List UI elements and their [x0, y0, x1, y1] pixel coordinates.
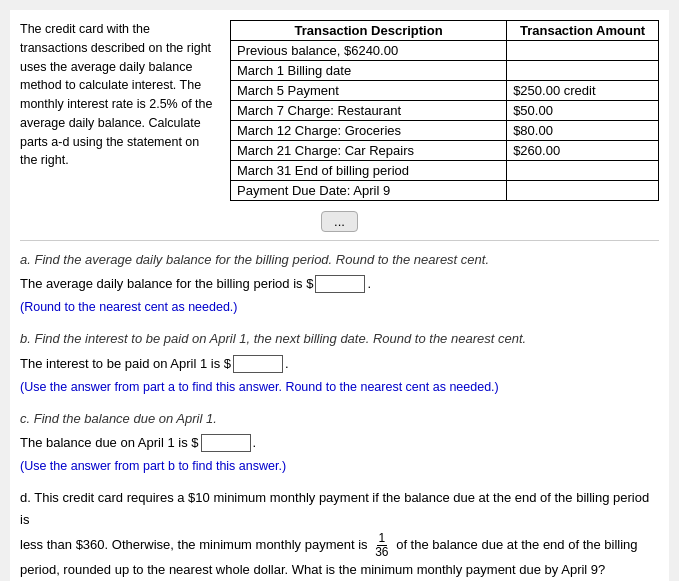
part-c-suffix: . — [253, 432, 257, 454]
part-a-suffix: . — [367, 273, 371, 295]
table-cell-amt: $50.00 — [507, 101, 659, 121]
part-c-note: (Use the answer from part b to find this… — [20, 456, 659, 477]
table-cell-amt — [507, 161, 659, 181]
part-a-prefix: The average daily balance for the billin… — [20, 273, 313, 295]
part-d-label-p4: period, rounded up to the nearest whole … — [20, 562, 605, 577]
part-d-label-p3: of the balance due at the end of the bil… — [396, 537, 637, 552]
table-cell-amt: $250.00 credit — [507, 81, 659, 101]
part-c-prefix: The balance due on April 1 is $ — [20, 432, 199, 454]
more-button[interactable]: ... — [321, 211, 358, 232]
part-a-label: a. Find the average daily balance for th… — [20, 249, 659, 271]
part-a-note: (Round to the nearest cent as needed.) — [20, 297, 659, 318]
part-b-prefix: The interest to be paid on April 1 is $ — [20, 353, 231, 375]
table-cell-desc: March 5 Payment — [231, 81, 507, 101]
table-row: March 31 End of billing period — [231, 161, 659, 181]
table-cell-amt: $260.00 — [507, 141, 659, 161]
part-b-label: b. Find the interest to be paid on April… — [20, 328, 659, 350]
col-amt-header: Transaction Amount — [507, 21, 659, 41]
table-row: March 12 Charge: Groceries$80.00 — [231, 121, 659, 141]
table-wrapper: Transaction Description Transaction Amou… — [230, 20, 659, 201]
part-b-block: b. Find the interest to be paid on April… — [20, 328, 659, 397]
part-d-block: d. This credit card requires a $10 minim… — [20, 487, 659, 581]
table-row: Previous balance, $6240.00 — [231, 41, 659, 61]
part-d-text3: period, rounded up to the nearest whole … — [20, 559, 659, 581]
part-a-answer-line: The average daily balance for the billin… — [20, 273, 659, 295]
main-container: The credit card with the transactions de… — [10, 10, 669, 581]
top-section: The credit card with the transactions de… — [20, 20, 659, 201]
part-d-text2: less than $360. Otherwise, the minimum m… — [20, 532, 659, 559]
part-b-note: (Use the answer from part a to find this… — [20, 377, 659, 398]
table-cell-desc: March 7 Charge: Restaurant — [231, 101, 507, 121]
table-row: March 1 Billing date — [231, 61, 659, 81]
part-c-label: c. Find the balance due on April 1. — [20, 408, 659, 430]
qa-section: a. Find the average daily balance for th… — [20, 249, 659, 581]
divider — [20, 240, 659, 241]
transaction-table: Transaction Description Transaction Amou… — [230, 20, 659, 201]
problem-description: The credit card with the transactions de… — [20, 20, 220, 201]
part-c-answer-line: The balance due on April 1 is $ . — [20, 432, 659, 454]
part-a-input[interactable] — [315, 275, 365, 293]
fraction-numerator: 1 — [377, 532, 388, 546]
table-row: March 5 Payment$250.00 credit — [231, 81, 659, 101]
table-cell-desc: Previous balance, $6240.00 — [231, 41, 507, 61]
table-row: March 21 Charge: Car Repairs$260.00 — [231, 141, 659, 161]
part-c-input[interactable] — [201, 434, 251, 452]
table-cell-desc: March 21 Charge: Car Repairs — [231, 141, 507, 161]
table-cell-amt: $80.00 — [507, 121, 659, 141]
part-d-label-p1: d. This credit card requires a $10 minim… — [20, 490, 649, 527]
part-d-text: d. This credit card requires a $10 minim… — [20, 487, 659, 531]
table-row: March 7 Charge: Restaurant$50.00 — [231, 101, 659, 121]
fraction-denominator: 36 — [373, 546, 390, 559]
table-cell-amt — [507, 181, 659, 201]
col-desc-header: Transaction Description — [231, 21, 507, 41]
table-row: Payment Due Date: April 9 — [231, 181, 659, 201]
part-b-input[interactable] — [233, 355, 283, 373]
table-cell-desc: March 31 End of billing period — [231, 161, 507, 181]
fraction: 1 36 — [373, 532, 390, 559]
more-button-container: ... — [20, 211, 659, 232]
table-cell-desc: March 1 Billing date — [231, 61, 507, 81]
table-cell-amt — [507, 61, 659, 81]
part-d-label-p2: less than $360. Otherwise, the minimum m… — [20, 537, 368, 552]
table-cell-desc: March 12 Charge: Groceries — [231, 121, 507, 141]
part-c-block: c. Find the balance due on April 1. The … — [20, 408, 659, 477]
part-b-answer-line: The interest to be paid on April 1 is $ … — [20, 353, 659, 375]
part-a-block: a. Find the average daily balance for th… — [20, 249, 659, 318]
table-cell-desc: Payment Due Date: April 9 — [231, 181, 507, 201]
part-b-suffix: . — [285, 353, 289, 375]
table-cell-amt — [507, 41, 659, 61]
